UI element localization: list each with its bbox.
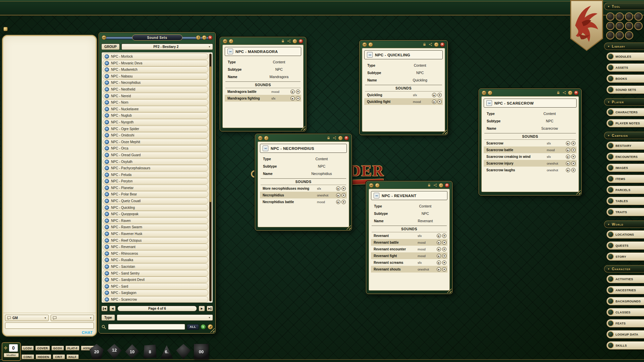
sound-set-list-item[interactable]: NPC - Orca — [103, 145, 208, 152]
play-button[interactable]: ▶ — [437, 234, 441, 238]
sidebar-item-player-notes[interactable]: PLAYER NOTES — [606, 119, 644, 127]
die[interactable]: 10 — [125, 344, 140, 359]
sound-set-list-item[interactable]: NPC - Nabasu — [103, 73, 208, 79]
search-input[interactable] — [108, 324, 185, 330]
broadcast-icon[interactable] — [102, 35, 106, 40]
stop-button[interactable]: ■ — [341, 193, 346, 197]
music-note-icon[interactable]: ♪ — [375, 183, 380, 188]
chat-log[interactable] — [3, 36, 96, 313]
play-button[interactable]: ▶ — [566, 168, 570, 172]
stop-button[interactable]: ■ — [571, 141, 576, 145]
tool-icon-10[interactable] — [615, 31, 624, 40]
tool-icon-11[interactable] — [625, 31, 633, 40]
stop-button[interactable]: ■ — [442, 254, 446, 258]
group-select[interactable]: PF2 - Bestiary 2 ▼ — [121, 44, 213, 50]
scrollbar[interactable] — [209, 54, 212, 301]
minimize-button[interactable]: − — [338, 136, 343, 140]
sound-set-list-item[interactable]: NPC - Ravener Husk — [103, 231, 208, 237]
die[interactable]: 8 — [143, 344, 157, 359]
stop-button[interactable]: ■ — [296, 96, 300, 101]
stop-button[interactable]: ■ — [571, 168, 576, 172]
music-note-icon[interactable]: ♪ — [264, 136, 269, 140]
music-note-icon[interactable]: ♪ — [488, 90, 492, 95]
stop-button[interactable]: ■ — [442, 234, 446, 238]
stop-button[interactable]: ■ — [437, 93, 442, 97]
sidebar-item-characters[interactable]: CHARACTERS — [606, 108, 644, 116]
play-button[interactable]: ▶ — [437, 240, 441, 245]
sidebar-item-locations[interactable]: LOCATIONS — [606, 230, 644, 239]
play-button[interactable]: ▶ — [566, 161, 570, 166]
sound-set-list-item[interactable]: NPC - Peryton — [103, 178, 208, 184]
sound-set-list-item[interactable]: NPC - Raven Swarm — [103, 224, 208, 230]
sidebar-section-tool[interactable]: ▼Tool — [604, 3, 644, 10]
sidebar-section-character[interactable]: ▼Character — [604, 265, 644, 273]
sound-set-list-item[interactable]: NPC - Osyluth — [103, 159, 208, 165]
chat-tab-label[interactable]: CHAT — [82, 330, 94, 335]
sound-set-list-item[interactable]: NPC - Quetz Couatl — [103, 198, 208, 204]
sound-set-list-item[interactable]: NPC - Quoppopak — [103, 211, 208, 217]
play-button[interactable]: ▶ — [437, 254, 441, 258]
sidebar-item-tables[interactable]: TABLES — [606, 197, 644, 205]
play-button[interactable]: ▶ — [290, 89, 295, 94]
sidebar-section-campaign[interactable]: ▼Campaign — [604, 132, 644, 139]
stop-button[interactable]: ■ — [442, 260, 446, 265]
gear-icon[interactable] — [4, 346, 8, 350]
tool-icon-7[interactable] — [625, 22, 633, 30]
sound-set-list-item[interactable]: NPC - Morlock — [103, 53, 208, 60]
tool-icon-1[interactable] — [606, 12, 614, 21]
sidebar-item-lookup-data[interactable]: LOOKUP DATA — [606, 330, 644, 339]
sidebar-section-library[interactable]: ▼Library — [604, 43, 644, 50]
sound-set-list-item[interactable]: NPC - Norn — [103, 99, 208, 106]
play-button[interactable]: ▶ — [437, 267, 441, 272]
broadcast-icon[interactable] — [223, 39, 227, 44]
add-button[interactable]: + — [201, 324, 206, 329]
sidebar-item-bestiary[interactable]: BESTIARY — [606, 141, 644, 150]
broadcast-icon[interactable] — [258, 136, 263, 140]
sidebar-item-sound-sets[interactable]: SOUND SETS — [606, 85, 644, 94]
sound-set-list-item[interactable]: NPC - Peluda — [103, 172, 208, 178]
close-button[interactable]: × — [445, 183, 449, 188]
sound-set-list-item[interactable]: NPC - Reef Octopus — [103, 237, 208, 244]
sound-set-list-item[interactable]: NPC - Polar Bear — [103, 191, 208, 197]
share-icon[interactable] — [286, 39, 291, 44]
stop-button[interactable]: ■ — [442, 247, 446, 251]
sidebar-item-quests[interactable]: QUESTS — [606, 241, 644, 250]
play-button[interactable]: ▶ — [336, 193, 340, 197]
sound-set-list-item[interactable]: NPC - Nuckelavee — [103, 106, 208, 112]
sidebar-item-activities[interactable]: ACTIVITIES — [606, 275, 644, 283]
die[interactable]: 00 — [194, 344, 209, 359]
tool-icon-5[interactable] — [606, 22, 614, 30]
tool-icon-2[interactable] — [615, 12, 624, 21]
last-page-button[interactable]: ▶ — [207, 306, 213, 311]
play-button[interactable]: ▶ — [437, 260, 441, 265]
sound-set-list-item[interactable]: NPC - Pachycephalosaurs — [103, 165, 208, 171]
stop-button[interactable]: ■ — [571, 155, 576, 159]
broadcast-icon[interactable] — [482, 90, 486, 95]
broadcast-icon[interactable] — [362, 42, 367, 47]
sidebar-section-world[interactable]: ▼World — [604, 221, 644, 228]
minimize-button[interactable]: − — [292, 39, 297, 44]
lock-icon[interactable] — [556, 90, 560, 95]
play-button[interactable]: ▶ — [437, 247, 441, 251]
effect-button[interactable]: GCOV — [51, 346, 64, 351]
sound-set-list-item[interactable]: NPC - Ogre Spider — [103, 126, 208, 132]
lock-icon[interactable] — [326, 136, 331, 140]
stop-button[interactable]: ■ — [571, 148, 576, 152]
filter-all-button[interactable]: ALL — [187, 324, 199, 330]
stop-button[interactable]: ■ — [341, 200, 346, 204]
effect-button[interactable]: HIDDEN — [36, 354, 51, 359]
first-page-button[interactable]: ◀ — [101, 306, 108, 311]
effect-button[interactable]: CONC — [21, 354, 34, 359]
stop-button[interactable]: ■ — [296, 89, 300, 94]
play-button[interactable]: ▶ — [290, 96, 295, 101]
sound-set-list-item[interactable]: NPC - Nereid — [103, 93, 208, 99]
sound-set-list-item[interactable]: NPC - Necrophidius — [103, 79, 208, 86]
sound-set-list-item[interactable]: NPC - Sandpoint Devil — [103, 277, 208, 283]
sidebar-item-story[interactable]: STORY — [606, 252, 644, 261]
stop-button[interactable]: ■ — [341, 186, 346, 191]
minimize-button[interactable]: − — [568, 90, 573, 95]
die[interactable] — [176, 344, 191, 359]
chat-input[interactable] — [5, 322, 94, 329]
play-button[interactable]: ▶ — [432, 93, 436, 97]
prev-page-button[interactable]: ◀ — [109, 306, 116, 311]
